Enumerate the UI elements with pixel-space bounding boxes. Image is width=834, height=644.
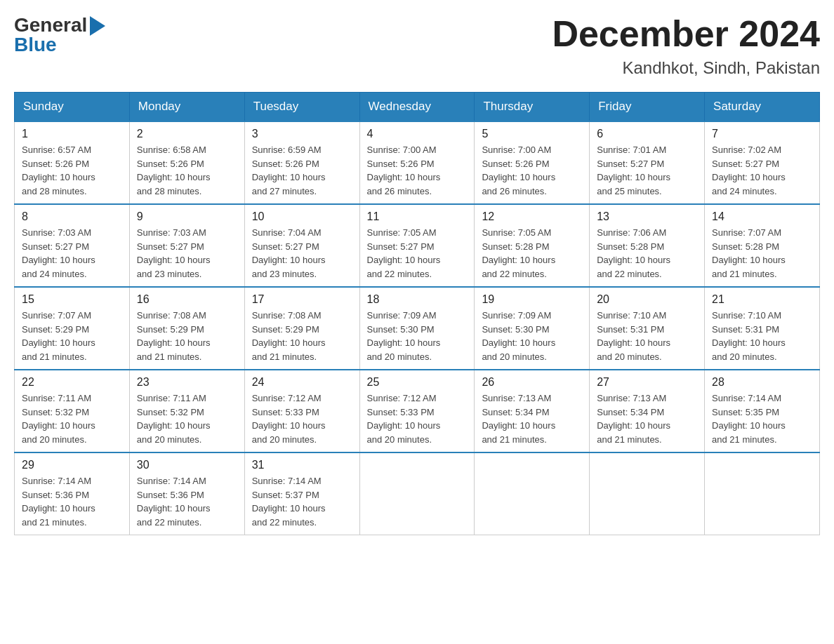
calendar-week-row: 22 Sunrise: 7:11 AM Sunset: 5:32 PM Dayl… <box>15 370 820 452</box>
calendar-header-cell-sunday: Sunday <box>15 93 130 122</box>
day-info: Sunrise: 7:05 AM Sunset: 5:28 PM Dayligh… <box>482 226 582 281</box>
day-number: 18 <box>367 293 468 306</box>
day-info: Sunrise: 7:11 AM Sunset: 5:32 PM Dayligh… <box>137 391 237 446</box>
day-number: 14 <box>712 210 812 223</box>
calendar-cell: 31 Sunrise: 7:14 AM Sunset: 5:37 PM Dayl… <box>244 452 359 535</box>
day-info: Sunrise: 7:10 AM Sunset: 5:31 PM Dayligh… <box>712 309 812 363</box>
day-info: Sunrise: 7:11 AM Sunset: 5:32 PM Dayligh… <box>22 391 122 446</box>
calendar-cell: 7 Sunrise: 7:02 AM Sunset: 5:27 PM Dayli… <box>705 121 820 204</box>
calendar-cell: 2 Sunrise: 6:58 AM Sunset: 5:26 PM Dayli… <box>129 121 244 204</box>
day-number: 15 <box>22 293 122 306</box>
day-info: Sunrise: 7:07 AM Sunset: 5:29 PM Dayligh… <box>22 309 122 363</box>
calendar-cell: 27 Sunrise: 7:13 AM Sunset: 5:34 PM Dayl… <box>590 370 705 452</box>
calendar-title: December 2024 <box>552 14 820 54</box>
day-number: 16 <box>137 293 237 306</box>
day-number: 30 <box>137 459 237 471</box>
calendar-header-cell-tuesday: Tuesday <box>244 93 359 122</box>
calendar-cell: 30 Sunrise: 7:14 AM Sunset: 5:36 PM Dayl… <box>129 452 244 535</box>
day-number: 11 <box>367 210 468 223</box>
calendar-cell <box>359 452 475 535</box>
calendar-cell: 21 Sunrise: 7:10 AM Sunset: 5:31 PM Dayl… <box>705 287 820 370</box>
title-section: December 2024 Kandhkot, Sindh, Pakistan <box>552 14 820 78</box>
day-number: 5 <box>482 128 582 140</box>
calendar-week-row: 8 Sunrise: 7:03 AM Sunset: 5:27 PM Dayli… <box>15 204 820 287</box>
calendar-cell <box>705 452 820 535</box>
day-info: Sunrise: 7:13 AM Sunset: 5:34 PM Dayligh… <box>482 391 582 446</box>
day-number: 19 <box>482 293 582 306</box>
calendar-cell <box>475 452 590 535</box>
day-info: Sunrise: 7:10 AM Sunset: 5:31 PM Dayligh… <box>597 309 697 363</box>
day-info: Sunrise: 7:00 AM Sunset: 5:26 PM Dayligh… <box>367 143 468 198</box>
day-info: Sunrise: 7:04 AM Sunset: 5:27 PM Dayligh… <box>252 226 352 281</box>
day-info: Sunrise: 6:59 AM Sunset: 5:26 PM Dayligh… <box>252 143 352 198</box>
day-info: Sunrise: 7:13 AM Sunset: 5:34 PM Dayligh… <box>597 391 697 446</box>
day-number: 28 <box>712 376 812 389</box>
day-number: 9 <box>137 210 237 223</box>
day-info: Sunrise: 7:12 AM Sunset: 5:33 PM Dayligh… <box>252 391 352 446</box>
calendar-cell: 17 Sunrise: 7:08 AM Sunset: 5:29 PM Dayl… <box>244 287 359 370</box>
calendar-header-cell-monday: Monday <box>129 93 244 122</box>
day-number: 4 <box>367 128 468 140</box>
calendar-header: SundayMondayTuesdayWednesdayThursdayFrid… <box>15 93 820 122</box>
day-number: 2 <box>137 128 237 140</box>
calendar-cell: 28 Sunrise: 7:14 AM Sunset: 5:35 PM Dayl… <box>705 370 820 452</box>
calendar-week-row: 29 Sunrise: 7:14 AM Sunset: 5:36 PM Dayl… <box>15 452 820 535</box>
day-number: 27 <box>597 376 697 389</box>
day-info: Sunrise: 7:08 AM Sunset: 5:29 PM Dayligh… <box>137 309 237 363</box>
day-info: Sunrise: 7:14 AM Sunset: 5:36 PM Dayligh… <box>22 474 122 529</box>
calendar-cell: 29 Sunrise: 7:14 AM Sunset: 5:36 PM Dayl… <box>15 452 130 535</box>
day-info: Sunrise: 7:02 AM Sunset: 5:27 PM Dayligh… <box>712 143 812 198</box>
calendar-header-cell-friday: Friday <box>590 93 705 122</box>
calendar-cell: 19 Sunrise: 7:09 AM Sunset: 5:30 PM Dayl… <box>475 287 590 370</box>
day-number: 22 <box>22 376 122 389</box>
day-number: 6 <box>597 128 697 140</box>
day-info: Sunrise: 7:14 AM Sunset: 5:36 PM Dayligh… <box>137 474 237 529</box>
logo-arrow-icon <box>90 16 105 36</box>
calendar-cell: 25 Sunrise: 7:12 AM Sunset: 5:33 PM Dayl… <box>359 370 475 452</box>
day-number: 31 <box>252 459 352 471</box>
calendar-cell: 10 Sunrise: 7:04 AM Sunset: 5:27 PM Dayl… <box>244 204 359 287</box>
logo: General Blue <box>14 14 105 56</box>
calendar-header-cell-wednesday: Wednesday <box>359 93 475 122</box>
calendar-cell: 15 Sunrise: 7:07 AM Sunset: 5:29 PM Dayl… <box>15 287 130 370</box>
calendar-cell: 13 Sunrise: 7:06 AM Sunset: 5:28 PM Dayl… <box>590 204 705 287</box>
day-info: Sunrise: 7:14 AM Sunset: 5:37 PM Dayligh… <box>252 474 352 529</box>
calendar-header-row: SundayMondayTuesdayWednesdayThursdayFrid… <box>15 93 820 122</box>
calendar-cell: 22 Sunrise: 7:11 AM Sunset: 5:32 PM Dayl… <box>15 370 130 452</box>
day-info: Sunrise: 7:14 AM Sunset: 5:35 PM Dayligh… <box>712 391 812 446</box>
day-number: 21 <box>712 293 812 306</box>
day-number: 26 <box>482 376 582 389</box>
calendar-cell: 20 Sunrise: 7:10 AM Sunset: 5:31 PM Dayl… <box>590 287 705 370</box>
day-info: Sunrise: 6:58 AM Sunset: 5:26 PM Dayligh… <box>137 143 237 198</box>
day-info: Sunrise: 7:06 AM Sunset: 5:28 PM Dayligh… <box>597 226 697 281</box>
calendar-cell: 3 Sunrise: 6:59 AM Sunset: 5:26 PM Dayli… <box>244 121 359 204</box>
calendar-cell: 9 Sunrise: 7:03 AM Sunset: 5:27 PM Dayli… <box>129 204 244 287</box>
calendar-cell: 23 Sunrise: 7:11 AM Sunset: 5:32 PM Dayl… <box>129 370 244 452</box>
day-number: 17 <box>252 293 352 306</box>
day-info: Sunrise: 7:12 AM Sunset: 5:33 PM Dayligh… <box>367 391 468 446</box>
day-info: Sunrise: 7:07 AM Sunset: 5:28 PM Dayligh… <box>712 226 812 281</box>
day-number: 12 <box>482 210 582 223</box>
calendar-cell: 24 Sunrise: 7:12 AM Sunset: 5:33 PM Dayl… <box>244 370 359 452</box>
page-header: General Blue December 2024 Kandhkot, Sin… <box>14 14 820 78</box>
calendar-cell: 12 Sunrise: 7:05 AM Sunset: 5:28 PM Dayl… <box>475 204 590 287</box>
day-info: Sunrise: 7:03 AM Sunset: 5:27 PM Dayligh… <box>137 226 237 281</box>
day-number: 24 <box>252 376 352 389</box>
day-info: Sunrise: 7:00 AM Sunset: 5:26 PM Dayligh… <box>482 143 582 198</box>
calendar-header-cell-thursday: Thursday <box>475 93 590 122</box>
day-info: Sunrise: 7:09 AM Sunset: 5:30 PM Dayligh… <box>367 309 468 363</box>
day-number: 20 <box>597 293 697 306</box>
day-number: 10 <box>252 210 352 223</box>
calendar-cell: 14 Sunrise: 7:07 AM Sunset: 5:28 PM Dayl… <box>705 204 820 287</box>
calendar-body: 1 Sunrise: 6:57 AM Sunset: 5:26 PM Dayli… <box>15 121 820 535</box>
calendar-cell: 16 Sunrise: 7:08 AM Sunset: 5:29 PM Dayl… <box>129 287 244 370</box>
calendar-cell: 6 Sunrise: 7:01 AM Sunset: 5:27 PM Dayli… <box>590 121 705 204</box>
day-info: Sunrise: 7:01 AM Sunset: 5:27 PM Dayligh… <box>597 143 697 198</box>
calendar-cell <box>590 452 705 535</box>
day-number: 29 <box>22 459 122 471</box>
day-number: 13 <box>597 210 697 223</box>
day-info: Sunrise: 7:09 AM Sunset: 5:30 PM Dayligh… <box>482 309 582 363</box>
calendar-table: SundayMondayTuesdayWednesdayThursdayFrid… <box>14 92 820 535</box>
day-info: Sunrise: 7:03 AM Sunset: 5:27 PM Dayligh… <box>22 226 122 281</box>
calendar-cell: 4 Sunrise: 7:00 AM Sunset: 5:26 PM Dayli… <box>359 121 475 204</box>
